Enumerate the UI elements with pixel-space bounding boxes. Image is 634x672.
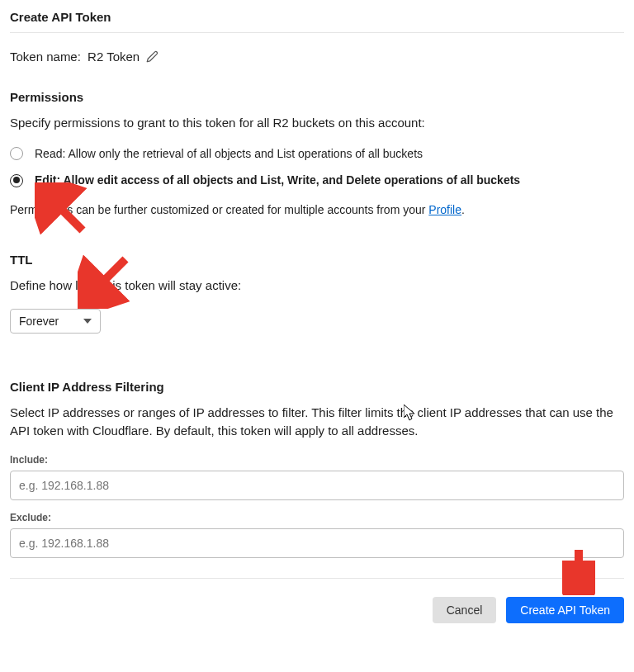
ip-filter-desc: Select IP addresses or ranges of IP addr…	[10, 404, 624, 441]
exclude-label: Exclude:	[10, 512, 624, 523]
ttl-heading: TTL	[10, 253, 624, 267]
permissions-desc: Specify permissions to grant to this tok…	[10, 114, 624, 133]
chevron-down-icon	[83, 315, 92, 328]
radio-read[interactable]	[10, 147, 23, 160]
permissions-note: Permissions can be further customized or…	[10, 203, 624, 216]
radio-edit[interactable]	[10, 174, 23, 187]
ttl-select[interactable]: Forever	[10, 309, 101, 334]
token-name-value: R2 Token	[88, 50, 140, 64]
token-name-label: Token name:	[10, 50, 81, 64]
pencil-icon[interactable]	[146, 50, 158, 65]
permissions-note-prefix: Permissions can be further customized or…	[10, 203, 428, 216]
profile-link[interactable]: Profile	[428, 203, 461, 216]
svg-marker-2	[83, 319, 92, 324]
permissions-heading: Permissions	[10, 90, 624, 104]
ip-filter-heading: Client IP Address Filtering	[10, 380, 624, 394]
radio-edit-label: Edit: Allow edit access of all objects a…	[35, 173, 520, 188]
include-input[interactable]	[10, 471, 624, 500]
include-label: Include:	[10, 454, 624, 466]
permissions-note-suffix: .	[461, 203, 465, 216]
cancel-button[interactable]: Cancel	[433, 597, 497, 623]
page-title: Create API Token	[10, 10, 111, 24]
ttl-desc: Define how long this token will stay act…	[10, 277, 624, 296]
create-api-token-button[interactable]: Create API Token	[506, 597, 624, 623]
ttl-select-value: Forever	[19, 315, 59, 328]
radio-read-label: Read: Allow only the retrieval of all ob…	[35, 146, 423, 162]
exclude-input[interactable]	[10, 528, 624, 558]
